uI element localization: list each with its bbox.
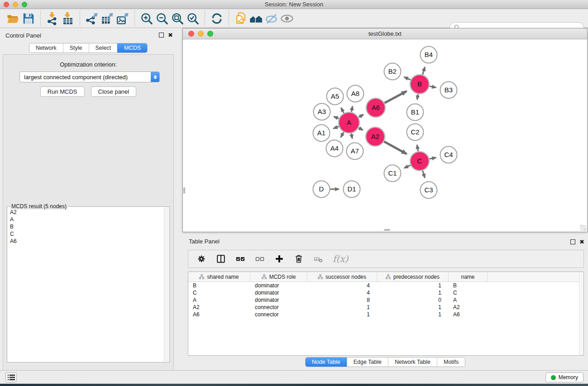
edge-A2-C[interactable] [384, 142, 406, 154]
edge-A-A7[interactable] [351, 133, 352, 139]
run-mcds-button[interactable]: Run MCDS [40, 86, 85, 97]
export-network-icon[interactable] [84, 11, 100, 26]
float-table-panel-icon[interactable] [570, 239, 575, 244]
result-list-scrollbar[interactable] [164, 207, 169, 362]
edge-A-A6[interactable] [359, 114, 363, 117]
result-item[interactable]: B [8, 223, 164, 230]
network-window-titlebar[interactable]: testGlobe.txt [183, 29, 587, 39]
save-session-icon[interactable] [21, 11, 36, 26]
memory-button[interactable]: Memory [545, 372, 583, 382]
minimize-window-icon[interactable] [13, 2, 18, 7]
node-A[interactable]: A [339, 112, 359, 133]
close-table-panel-icon[interactable]: ✖ [579, 239, 584, 244]
edge-C-C1[interactable] [404, 165, 411, 168]
deselect-all-rows-icon[interactable] [255, 254, 265, 264]
import-table-icon[interactable] [60, 11, 76, 26]
zoom-selected-icon[interactable] [185, 11, 201, 26]
node-C3[interactable]: C3 [421, 182, 437, 199]
delete-table-icon[interactable] [313, 254, 323, 264]
network-resize-grip[interactable] [580, 225, 586, 231]
table-row[interactable]: Bdominator41B [188, 282, 583, 289]
task-history-button[interactable] [5, 372, 17, 382]
edge-C-C2[interactable] [417, 145, 418, 151]
network-minimize-icon[interactable] [198, 31, 204, 37]
node-B1[interactable]: B1 [407, 104, 424, 121]
node-A2[interactable]: A2 [366, 127, 385, 146]
close-window-icon[interactable] [4, 2, 9, 7]
edge-A-A5[interactable] [341, 108, 344, 113]
network-canvas[interactable]: B4B2BB3A8A5A6A3B1AC2A1A2A4A7C4CC1DD1C3 [183, 39, 587, 232]
tab-mcds[interactable]: MCDS [117, 43, 147, 52]
node-B3[interactable]: B3 [440, 82, 457, 99]
zoom-out-icon[interactable] [154, 11, 170, 26]
node-B4[interactable]: B4 [421, 47, 437, 63]
node-A6[interactable]: A6 [366, 98, 385, 117]
column-header-name[interactable]: name [449, 272, 488, 281]
float-panel-icon[interactable] [159, 33, 164, 38]
table-row[interactable]: Cdominator41C [188, 289, 583, 296]
import-network-icon[interactable] [45, 11, 60, 26]
edge-B-B4[interactable] [422, 67, 425, 75]
refresh-network-icon[interactable] [209, 11, 225, 26]
select-all-rows-icon[interactable] [235, 254, 245, 264]
tab-network[interactable]: Network [29, 43, 63, 52]
edge-A6-B[interactable] [384, 91, 406, 103]
edge-C-C3[interactable] [423, 171, 425, 178]
node-C1[interactable]: C1 [384, 165, 401, 182]
column-header-successor-nodes[interactable]: successor nodes [307, 272, 377, 281]
close-panel-icon[interactable]: ✖ [168, 33, 173, 38]
node-B2[interactable]: B2 [384, 63, 401, 80]
table-tab-node-table[interactable]: Node Table [306, 357, 347, 367]
network-hscroll-thumb[interactable] [384, 229, 390, 231]
function-builder-icon[interactable]: f(x) [333, 253, 348, 264]
node-A5[interactable]: A5 [327, 88, 344, 105]
edge-A-A2[interactable] [359, 128, 363, 130]
delete-columns-icon[interactable] [294, 254, 304, 264]
new-network-from-selection-icon[interactable] [233, 11, 249, 26]
edge-A-A8[interactable] [351, 106, 353, 112]
table-row[interactable]: A6connector11A6 [188, 311, 583, 318]
edge-B-B3[interactable] [430, 86, 436, 87]
node-C2[interactable]: C2 [407, 124, 424, 141]
table-tab-network-table[interactable]: Network Table [388, 357, 437, 367]
table-row[interactable]: A2connector11A2 [188, 304, 583, 311]
zoom-fit-icon[interactable] [170, 11, 185, 26]
export-image-icon[interactable] [115, 11, 130, 26]
result-item[interactable]: A2 [8, 209, 164, 216]
node-D1[interactable]: D1 [344, 181, 360, 198]
column-header-predecessor-nodes[interactable]: predecessor nodes [377, 272, 449, 281]
result-item[interactable]: A6 [8, 238, 164, 245]
column-header-shared-name[interactable]: shared name [188, 272, 250, 281]
edge-A-A1[interactable] [334, 126, 339, 128]
result-item[interactable]: C [8, 230, 164, 238]
show-hide-columns-icon[interactable] [216, 254, 226, 264]
node-D[interactable]: D [313, 181, 330, 198]
open-file-icon[interactable] [5, 11, 21, 26]
network-vscroll-thumb[interactable] [183, 187, 185, 194]
first-neighbors-icon[interactable] [249, 11, 264, 26]
node-A3[interactable]: A3 [314, 104, 330, 120]
node-table[interactable]: shared nameMCDS rolesuccessor nodesprede… [188, 272, 584, 356]
tab-style[interactable]: Style [63, 43, 89, 52]
node-A4[interactable]: A4 [326, 140, 343, 157]
mcds-result-list[interactable]: A2ABCA6 [8, 209, 164, 362]
zoom-window-icon[interactable] [22, 2, 27, 7]
create-column-icon[interactable] [274, 254, 284, 264]
node-A1[interactable]: A1 [313, 125, 330, 142]
table-tab-edge-table[interactable]: Edge Table [347, 357, 388, 367]
node-A7[interactable]: A7 [347, 143, 363, 160]
edge-A-A3[interactable] [334, 117, 339, 119]
table-mode-gear-icon[interactable] [196, 254, 206, 264]
show-graphics-details-icon[interactable] [279, 11, 295, 26]
export-table-icon[interactable] [100, 11, 115, 26]
edge-B-B2[interactable] [404, 77, 411, 80]
node-C[interactable]: C [410, 152, 429, 171]
network-close-icon[interactable] [188, 31, 194, 37]
close-panel-button[interactable]: Close panel [91, 86, 137, 97]
hide-graphics-details-icon[interactable] [264, 11, 279, 26]
edge-A-A4[interactable] [341, 132, 344, 137]
edge-B-B1[interactable] [417, 94, 418, 100]
tab-select[interactable]: Select [89, 43, 118, 52]
node-B[interactable]: B [410, 75, 429, 94]
table-row[interactable]: Adominator80A [188, 296, 583, 304]
